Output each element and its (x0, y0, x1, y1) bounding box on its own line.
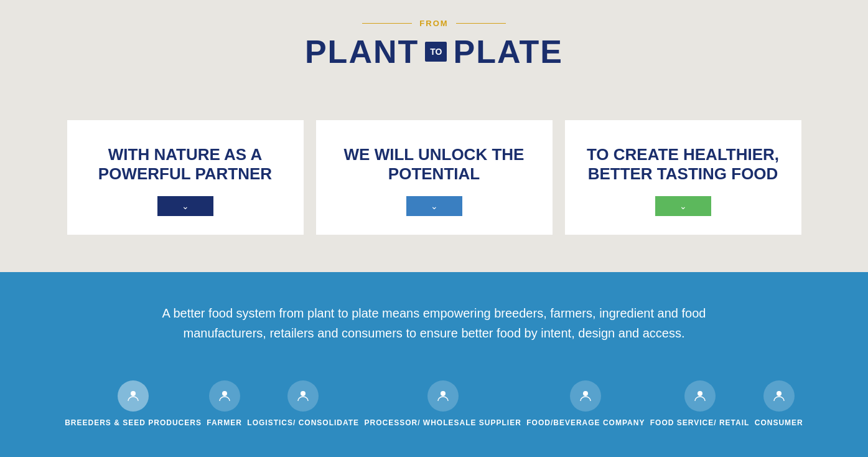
category-logistics[interactable]: LOGISTICS/ CONSOLIDATE (247, 380, 359, 428)
category-farmer[interactable]: FARMER (207, 380, 242, 428)
category-label-food-service: FOOD SERVICE/ RETAIL (650, 418, 750, 428)
to-badge: TO (425, 42, 447, 62)
svg-point-1 (222, 391, 227, 396)
plate-text: PLATE (453, 33, 563, 70)
from-label-container: FROM (362, 19, 505, 28)
card-1-button[interactable]: ⌄ (157, 196, 213, 216)
from-line-right (456, 23, 506, 24)
svg-point-0 (131, 391, 136, 396)
svg-point-6 (777, 391, 782, 396)
category-label-breeders: BREEDERS & SEED PRODUCERS (65, 418, 202, 428)
card-3: TO CREATE HEALTHIER, BETTER TASTING FOOD… (565, 120, 801, 235)
chevron-down-icon-3: ⌄ (679, 201, 687, 211)
tagline: A better food system from plant to plate… (139, 303, 730, 343)
svg-point-3 (441, 391, 446, 396)
plant-text: PLANT (305, 33, 419, 70)
category-label-processor: PROCESSOR/ WHOLESALE SUPPLIER (365, 418, 521, 428)
svg-point-2 (301, 391, 306, 396)
card-2-title: WE WILL UNLOCK THE POTENTIAL (335, 145, 534, 184)
category-icon-consumer (763, 380, 795, 412)
cards-row: WITH NATURE AS A POWERFUL PARTNER ⌄ WE W… (42, 120, 826, 235)
chevron-down-icon-2: ⌄ (431, 201, 438, 211)
category-label-farmer: FARMER (207, 418, 242, 428)
category-breeders[interactable]: BREEDERS & SEED PRODUCERS (65, 380, 202, 428)
category-icon-breeders (118, 380, 149, 412)
card-2: WE WILL UNLOCK THE POTENTIAL ⌄ (316, 120, 553, 235)
card-1: WITH NATURE AS A POWERFUL PARTNER ⌄ (67, 120, 304, 235)
category-icon-logistics (287, 380, 319, 412)
category-food-beverage[interactable]: FOOD/BEVERAGE COMPANY (526, 380, 645, 428)
svg-point-4 (583, 391, 588, 396)
plant-to-plate-title: PLANT TO PLATE (305, 33, 563, 70)
from-label: FROM (419, 19, 448, 28)
card-2-button[interactable]: ⌄ (406, 196, 462, 216)
top-section: FROM PLANT TO PLATE WITH NATURE AS A POW… (0, 0, 868, 272)
category-label-logistics: LOGISTICS/ CONSOLIDATE (247, 418, 359, 428)
category-icon-food-service (684, 380, 716, 412)
card-1-title: WITH NATURE AS A POWERFUL PARTNER (86, 145, 285, 184)
card-3-button[interactable]: ⌄ (655, 196, 711, 216)
category-processor[interactable]: PROCESSOR/ WHOLESALE SUPPLIER (365, 380, 521, 428)
category-row: BREEDERS & SEED PRODUCERS FARMER LOGISTI… (62, 380, 806, 428)
card-3-title: TO CREATE HEALTHIER, BETTER TASTING FOOD (584, 145, 783, 184)
chevron-down-icon-1: ⌄ (182, 201, 189, 211)
category-food-service[interactable]: FOOD SERVICE/ RETAIL (650, 380, 750, 428)
category-icon-farmer (209, 380, 240, 412)
from-line-left (362, 23, 412, 24)
category-label-consumer: CONSUMER (755, 418, 803, 428)
category-consumer[interactable]: CONSUMER (755, 380, 803, 428)
category-icon-food-beverage (570, 380, 601, 412)
category-icon-processor (427, 380, 459, 412)
bottom-section: A better food system from plant to plate… (0, 272, 868, 457)
category-label-food-beverage: FOOD/BEVERAGE COMPANY (526, 418, 645, 428)
svg-point-5 (698, 391, 702, 396)
